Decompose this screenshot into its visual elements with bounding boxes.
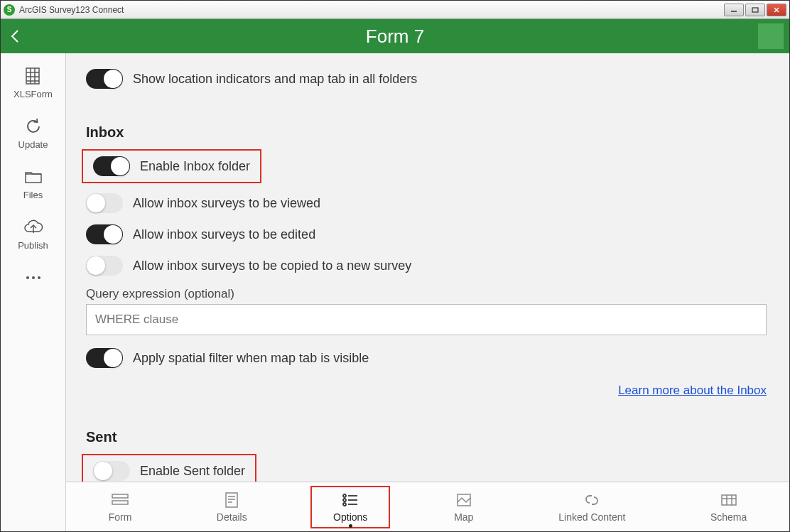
svg-point-20 <box>343 494 346 497</box>
toggle-switch[interactable] <box>86 69 123 89</box>
sidebar-item-publish[interactable]: Publish <box>1 210 65 261</box>
refresh-icon <box>22 116 45 136</box>
toggle-switch[interactable] <box>86 224 123 244</box>
app-header: Form 7 <box>1 19 789 53</box>
svg-rect-14 <box>112 494 128 498</box>
toggle-enable-sent: Enable Sent folder <box>93 460 245 482</box>
active-dot <box>349 524 352 528</box>
toggle-inbox-edit: Allow inbox surveys to be edited <box>86 219 767 250</box>
bottom-tab-bar: Form Details Options Map <box>66 482 789 531</box>
schema-icon <box>719 492 739 509</box>
toggle-label: Allow inbox surveys to be viewed <box>133 196 320 211</box>
svg-rect-27 <box>722 495 736 505</box>
details-icon <box>222 492 242 509</box>
section-title: Inbox <box>86 124 767 141</box>
learn-more-link[interactable]: Learn more about the Inbox <box>618 384 767 397</box>
svg-point-22 <box>343 499 346 501</box>
sidebar-item-files[interactable]: Files <box>1 160 65 210</box>
toggle-switch[interactable] <box>93 461 130 481</box>
sidebar-item-xlsform[interactable]: XLSForm <box>1 59 65 109</box>
svg-point-13 <box>38 276 40 279</box>
window-controls <box>724 4 786 16</box>
toggle-label: Enable Inbox folder <box>140 159 250 174</box>
options-scroll-area[interactable]: Show location indicators and map tab in … <box>66 53 789 482</box>
toggle-switch[interactable] <box>86 348 123 368</box>
window-titlebar: S ArcGIS Survey123 Connect <box>1 1 789 19</box>
toggle-inbox-copy: Allow inbox surveys to be copied to a ne… <box>86 250 767 281</box>
minimize-button[interactable] <box>724 4 744 16</box>
page-title: Form 7 <box>366 26 424 48</box>
tab-details[interactable]: Details <box>195 487 269 527</box>
spreadsheet-icon <box>22 66 45 86</box>
section-location: Show location indicators and map tab in … <box>77 60 775 100</box>
folder-icon <box>22 167 45 187</box>
toggle-show-location: Show location indicators and map tab in … <box>86 63 767 94</box>
section-sent: Sent Enable Sent folder Learn more about… <box>77 420 775 482</box>
svg-rect-1 <box>752 8 758 12</box>
toggle-switch[interactable] <box>86 193 123 213</box>
learn-more-inbox: Learn more about the Inbox <box>86 384 767 398</box>
options-icon <box>340 492 360 509</box>
svg-rect-16 <box>226 493 237 507</box>
tab-schema[interactable]: Schema <box>689 487 768 527</box>
sidebar-item-update[interactable]: Update <box>1 109 65 160</box>
back-button[interactable] <box>1 19 29 53</box>
toggle-label: Allow inbox surveys to be copied to a ne… <box>133 259 411 273</box>
maximize-button[interactable] <box>745 4 765 16</box>
window-title: ArcGIS Survey123 Connect <box>19 5 724 15</box>
sidebar-item-label: Files <box>23 190 43 200</box>
toggle-enable-inbox: Enable Inbox folder <box>93 155 250 178</box>
tab-label: Map <box>454 511 473 523</box>
svg-point-24 <box>343 503 346 506</box>
svg-rect-15 <box>112 501 128 504</box>
tab-options[interactable]: Options <box>310 486 390 528</box>
toggle-inbox-view: Allow inbox surveys to be viewed <box>86 188 767 219</box>
highlight-enable-sent: Enable Sent folder <box>82 454 256 482</box>
tab-label: Schema <box>710 511 747 523</box>
toggle-label: Apply spatial filter when map tab is vis… <box>133 351 369 366</box>
svg-point-12 <box>32 276 35 279</box>
toggle-label: Show location indicators and map tab in … <box>133 72 417 87</box>
toggle-label: Allow inbox surveys to be edited <box>133 227 315 242</box>
form-icon <box>110 492 130 509</box>
sidebar-item-more[interactable] <box>1 261 65 298</box>
map-icon <box>454 492 474 509</box>
tab-map[interactable]: Map <box>433 487 495 527</box>
toggle-switch[interactable] <box>86 256 123 276</box>
left-sidebar: XLSForm Update Files Publish <box>1 53 66 531</box>
link-icon <box>582 492 602 509</box>
more-icon <box>22 268 45 288</box>
highlight-enable-inbox: Enable Inbox folder <box>82 149 261 183</box>
tab-label: Form <box>109 511 132 523</box>
sidebar-item-label: XLSForm <box>13 89 53 99</box>
app-icon: S <box>4 4 15 16</box>
tab-label: Details <box>217 511 247 523</box>
avatar[interactable] <box>758 23 784 49</box>
close-button[interactable] <box>767 4 786 16</box>
svg-point-11 <box>26 276 29 279</box>
query-expression-label: Query expression (optional) <box>86 287 767 301</box>
sidebar-item-label: Publish <box>18 240 48 251</box>
section-inbox: Inbox Enable Inbox folder Allow inbox su… <box>77 116 775 411</box>
toggle-switch[interactable] <box>93 156 130 176</box>
toggle-label: Enable Sent folder <box>140 464 245 479</box>
section-title: Sent <box>86 429 767 445</box>
tab-form[interactable]: Form <box>87 487 153 527</box>
sidebar-item-label: Update <box>18 139 48 150</box>
query-expression-input[interactable] <box>86 304 767 335</box>
toggle-spatial-filter: Apply spatial filter when map tab is vis… <box>86 342 767 374</box>
tab-linked-content[interactable]: Linked Content <box>537 487 646 527</box>
tab-label: Options <box>333 511 367 523</box>
tab-label: Linked Content <box>558 511 625 523</box>
cloud-upload-icon <box>22 217 45 237</box>
